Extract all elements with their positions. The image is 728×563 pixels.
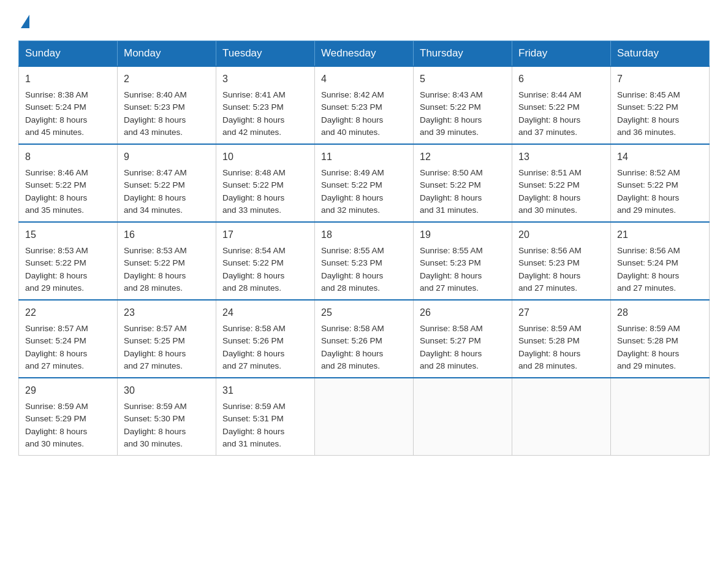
day-number: 9 [124, 150, 210, 164]
sunrise-text: Sunrise: 8:45 AM [617, 89, 703, 101]
day-number: 24 [222, 305, 308, 320]
sunrise-text: Sunrise: 8:44 AM [518, 89, 604, 101]
sunrise-text: Sunrise: 8:59 AM [518, 323, 604, 335]
sunset-text: Sunset: 5:23 PM [518, 257, 604, 269]
daylight-text: Daylight: 8 hours [518, 114, 604, 126]
daylight-text-2: and 28 minutes. [124, 282, 210, 294]
daylight-text-2: and 27 minutes. [25, 360, 111, 372]
daylight-text: Daylight: 8 hours [518, 192, 604, 204]
calendar-cell: 10Sunrise: 8:48 AMSunset: 5:22 PMDayligh… [216, 144, 315, 222]
daylight-text-2: and 28 minutes. [321, 282, 407, 294]
calendar-cell [512, 378, 611, 456]
calendar-week-row: 22Sunrise: 8:57 AMSunset: 5:24 PMDayligh… [19, 300, 710, 378]
calendar-cell: 13Sunrise: 8:51 AMSunset: 5:22 PMDayligh… [512, 144, 611, 222]
calendar-cell: 5Sunrise: 8:43 AMSunset: 5:22 PMDaylight… [414, 66, 512, 144]
day-number: 8 [25, 150, 111, 164]
day-number: 4 [321, 72, 407, 86]
sunset-text: Sunset: 5:22 PM [518, 101, 604, 113]
daylight-text-2: and 29 minutes. [25, 282, 111, 294]
daylight-text-2: and 32 minutes. [321, 204, 407, 216]
daylight-text-2: and 37 minutes. [518, 126, 604, 139]
daylight-text: Daylight: 8 hours [25, 270, 111, 282]
sunset-text: Sunset: 5:24 PM [25, 101, 111, 113]
sunrise-text: Sunrise: 8:47 AM [124, 167, 210, 179]
day-number: 19 [420, 228, 506, 242]
sunrise-text: Sunrise: 8:57 AM [124, 323, 210, 335]
daylight-text: Daylight: 8 hours [222, 426, 308, 438]
sunrise-text: Sunrise: 8:43 AM [420, 89, 506, 101]
sunrise-text: Sunrise: 8:55 AM [321, 245, 407, 257]
daylight-text: Daylight: 8 hours [25, 348, 111, 360]
daylight-text: Daylight: 8 hours [222, 348, 308, 360]
calendar-cell: 29Sunrise: 8:59 AMSunset: 5:29 PMDayligh… [19, 378, 118, 456]
day-number: 12 [420, 150, 506, 164]
daylight-text: Daylight: 8 hours [222, 114, 308, 126]
day-number: 16 [124, 228, 210, 242]
daylight-text: Daylight: 8 hours [617, 192, 703, 204]
logo [18, 12, 29, 28]
calendar-cell: 19Sunrise: 8:55 AMSunset: 5:23 PMDayligh… [414, 222, 512, 300]
day-number: 20 [518, 228, 604, 242]
calendar-cell: 1Sunrise: 8:38 AMSunset: 5:24 PMDaylight… [19, 66, 118, 144]
daylight-text: Daylight: 8 hours [124, 114, 210, 126]
daylight-text-2: and 34 minutes. [124, 204, 210, 216]
daylight-text: Daylight: 8 hours [321, 114, 407, 126]
daylight-text: Daylight: 8 hours [617, 114, 703, 126]
sunrise-text: Sunrise: 8:57 AM [25, 323, 111, 335]
daylight-text-2: and 30 minutes. [25, 438, 111, 450]
daylight-text-2: and 27 minutes. [124, 360, 210, 372]
day-number: 3 [222, 72, 308, 86]
sunrise-text: Sunrise: 8:58 AM [222, 323, 308, 335]
daylight-text-2: and 35 minutes. [25, 204, 111, 216]
sunset-text: Sunset: 5:26 PM [222, 335, 308, 347]
header-friday: Friday [512, 41, 611, 67]
calendar-cell: 16Sunrise: 8:53 AMSunset: 5:22 PMDayligh… [118, 222, 216, 300]
sunset-text: Sunset: 5:23 PM [321, 101, 407, 113]
page-header [18, 12, 710, 28]
sunset-text: Sunset: 5:23 PM [321, 257, 407, 269]
sunrise-text: Sunrise: 8:40 AM [124, 89, 210, 101]
header-tuesday: Tuesday [216, 41, 315, 67]
sunrise-text: Sunrise: 8:53 AM [25, 245, 111, 257]
daylight-text-2: and 28 minutes. [222, 282, 308, 294]
daylight-text: Daylight: 8 hours [321, 192, 407, 204]
sunrise-text: Sunrise: 8:54 AM [222, 245, 308, 257]
calendar-cell: 24Sunrise: 8:58 AMSunset: 5:26 PMDayligh… [216, 300, 315, 378]
sunset-text: Sunset: 5:28 PM [617, 335, 703, 347]
calendar-cell: 26Sunrise: 8:58 AMSunset: 5:27 PMDayligh… [414, 300, 512, 378]
daylight-text: Daylight: 8 hours [124, 348, 210, 360]
sunset-text: Sunset: 5:22 PM [617, 179, 703, 191]
calendar-week-row: 8Sunrise: 8:46 AMSunset: 5:22 PMDaylight… [19, 144, 710, 222]
daylight-text: Daylight: 8 hours [420, 348, 506, 360]
sunset-text: Sunset: 5:22 PM [222, 257, 308, 269]
sunset-text: Sunset: 5:22 PM [124, 179, 210, 191]
daylight-text-2: and 27 minutes. [617, 282, 703, 294]
day-number: 21 [617, 228, 703, 242]
sunset-text: Sunset: 5:24 PM [617, 257, 703, 269]
calendar-cell: 15Sunrise: 8:53 AMSunset: 5:22 PMDayligh… [19, 222, 118, 300]
daylight-text: Daylight: 8 hours [321, 348, 407, 360]
sunrise-text: Sunrise: 8:48 AM [222, 167, 308, 179]
day-number: 22 [25, 305, 111, 320]
day-number: 15 [25, 228, 111, 242]
calendar-cell: 31Sunrise: 8:59 AMSunset: 5:31 PMDayligh… [216, 378, 315, 456]
daylight-text: Daylight: 8 hours [617, 270, 703, 282]
day-number: 23 [124, 305, 210, 320]
sunset-text: Sunset: 5:22 PM [321, 179, 407, 191]
day-number: 29 [25, 383, 111, 398]
header-monday: Monday [118, 41, 216, 67]
calendar-cell: 28Sunrise: 8:59 AMSunset: 5:28 PMDayligh… [611, 300, 710, 378]
day-number: 1 [25, 72, 111, 86]
day-number: 2 [124, 72, 210, 86]
calendar-cell: 9Sunrise: 8:47 AMSunset: 5:22 PMDaylight… [118, 144, 216, 222]
daylight-text-2: and 27 minutes. [222, 360, 308, 372]
header-sunday: Sunday [19, 41, 118, 67]
calendar-week-row: 29Sunrise: 8:59 AMSunset: 5:29 PMDayligh… [19, 378, 710, 456]
sunset-text: Sunset: 5:22 PM [222, 179, 308, 191]
daylight-text: Daylight: 8 hours [420, 192, 506, 204]
sunrise-text: Sunrise: 8:58 AM [321, 323, 407, 335]
sunset-text: Sunset: 5:22 PM [518, 179, 604, 191]
daylight-text-2: and 33 minutes. [222, 204, 308, 216]
day-number: 28 [617, 305, 703, 320]
sunrise-text: Sunrise: 8:46 AM [25, 167, 111, 179]
